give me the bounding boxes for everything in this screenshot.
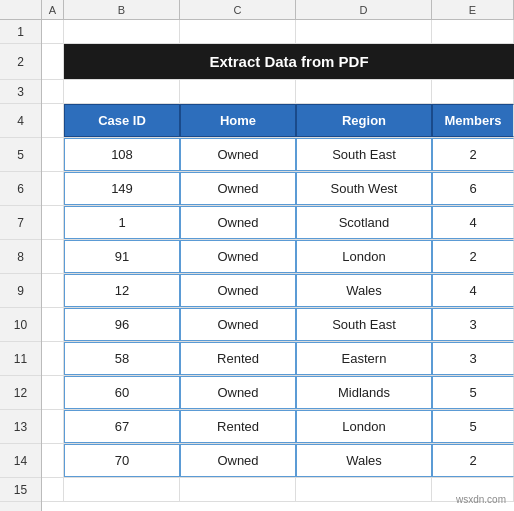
cell-3d: [296, 80, 432, 103]
cell-5a: [42, 138, 64, 171]
cell-8a: [42, 240, 64, 273]
row-num-3: 3: [0, 80, 41, 104]
cell-12e: 5: [432, 376, 514, 409]
cell-10c: Owned: [180, 308, 296, 341]
cell-3a: [42, 80, 64, 103]
col-e-header: E: [432, 0, 514, 19]
cell-14b: 70: [64, 444, 180, 477]
cell-5b: 108: [64, 138, 180, 171]
cell-13c: Rented: [180, 410, 296, 443]
cell-14d: Wales: [296, 444, 432, 477]
grid-row-8: 91 Owned London 2: [42, 240, 514, 274]
cell-12d: Midlands: [296, 376, 432, 409]
cell-10b: 96: [64, 308, 180, 341]
cell-12a: [42, 376, 64, 409]
spreadsheet-title: Extract Data from PDF: [64, 44, 514, 79]
cell-5c: Owned: [180, 138, 296, 171]
grid-row-14: 70 Owned Wales 2: [42, 444, 514, 478]
header-members: Members: [432, 104, 514, 137]
grid-row-11: 58 Rented Eastern 3: [42, 342, 514, 376]
grid-row-10: 96 Owned South East 3: [42, 308, 514, 342]
row-num-5: 5: [0, 138, 41, 172]
cell-15b: [64, 478, 180, 501]
cell-12b: 60: [64, 376, 180, 409]
cell-7e: 4: [432, 206, 514, 239]
cell-7c: Owned: [180, 206, 296, 239]
cell-14e: 2: [432, 444, 514, 477]
cell-8c: Owned: [180, 240, 296, 273]
cell-9b: 12: [64, 274, 180, 307]
grid-row-5: 108 Owned South East 2: [42, 138, 514, 172]
cell-1d: [296, 20, 432, 43]
cell-3c: [180, 80, 296, 103]
row-num-2: 2: [0, 44, 41, 80]
cell-13a: [42, 410, 64, 443]
row-num-13: 13: [0, 410, 41, 444]
grid-row-13: 67 Rented London 5: [42, 410, 514, 444]
corner-cell: [0, 0, 42, 19]
cell-5d: South East: [296, 138, 432, 171]
cell-8d: London: [296, 240, 432, 273]
cell-2a: [42, 44, 64, 79]
grid-row-2: Extract Data from PDF: [42, 44, 514, 80]
row-num-8: 8: [0, 240, 41, 274]
row-num-9: 9: [0, 274, 41, 308]
cell-14a: [42, 444, 64, 477]
spreadsheet: A B C D E 1 2 3 4 5 6 7 8 9 10 11 12 13 …: [0, 0, 514, 511]
col-d-header: D: [296, 0, 432, 19]
grid-row-1: [42, 20, 514, 44]
cell-5e: 2: [432, 138, 514, 171]
cell-6c: Owned: [180, 172, 296, 205]
col-b-header: B: [64, 0, 180, 19]
watermark: wsxdn.com: [456, 494, 506, 505]
grid-row-7: 1 Owned Scotland 4: [42, 206, 514, 240]
grid-area: Extract Data from PDF Case ID Home Regio…: [42, 20, 514, 511]
col-c-header: C: [180, 0, 296, 19]
row-num-11: 11: [0, 342, 41, 376]
row-num-12: 12: [0, 376, 41, 410]
cell-3b: [64, 80, 180, 103]
cell-7a: [42, 206, 64, 239]
grid-row-9: 12 Owned Wales 4: [42, 274, 514, 308]
cell-8e: 2: [432, 240, 514, 273]
row-num-4: 4: [0, 104, 41, 138]
grid-row-3: [42, 80, 514, 104]
row-num-7: 7: [0, 206, 41, 240]
cell-11b: 58: [64, 342, 180, 375]
col-a-header: A: [42, 0, 64, 19]
cell-10d: South East: [296, 308, 432, 341]
cell-11d: Eastern: [296, 342, 432, 375]
column-header-bar: A B C D E: [0, 0, 514, 20]
row-num-14: 14: [0, 444, 41, 478]
cell-13b: 67: [64, 410, 180, 443]
cell-9a: [42, 274, 64, 307]
grid-row-6: 149 Owned South West 6: [42, 172, 514, 206]
row-num-6: 6: [0, 172, 41, 206]
cell-12c: Owned: [180, 376, 296, 409]
header-case-id: Case ID: [64, 104, 180, 137]
cell-10a: [42, 308, 64, 341]
cell-14c: Owned: [180, 444, 296, 477]
cell-11e: 3: [432, 342, 514, 375]
cell-13e: 5: [432, 410, 514, 443]
cell-15a: [42, 478, 64, 501]
row-num-15: 15: [0, 478, 41, 502]
cell-6e: 6: [432, 172, 514, 205]
row-numbers: 1 2 3 4 5 6 7 8 9 10 11 12 13 14 15: [0, 20, 42, 511]
row-num-1: 1: [0, 20, 41, 44]
cell-4a: [42, 104, 64, 137]
header-region: Region: [296, 104, 432, 137]
cell-1e: [432, 20, 514, 43]
row-num-10: 10: [0, 308, 41, 342]
grid-row-4: Case ID Home Region Members: [42, 104, 514, 138]
cell-7b: 1: [64, 206, 180, 239]
cell-3e: [432, 80, 514, 103]
cell-9d: Wales: [296, 274, 432, 307]
header-home: Home: [180, 104, 296, 137]
cell-9c: Owned: [180, 274, 296, 307]
cell-11a: [42, 342, 64, 375]
grid-row-12: 60 Owned Midlands 5: [42, 376, 514, 410]
cell-15d: [296, 478, 432, 501]
cell-1b: [64, 20, 180, 43]
grid-row-15: [42, 478, 514, 502]
